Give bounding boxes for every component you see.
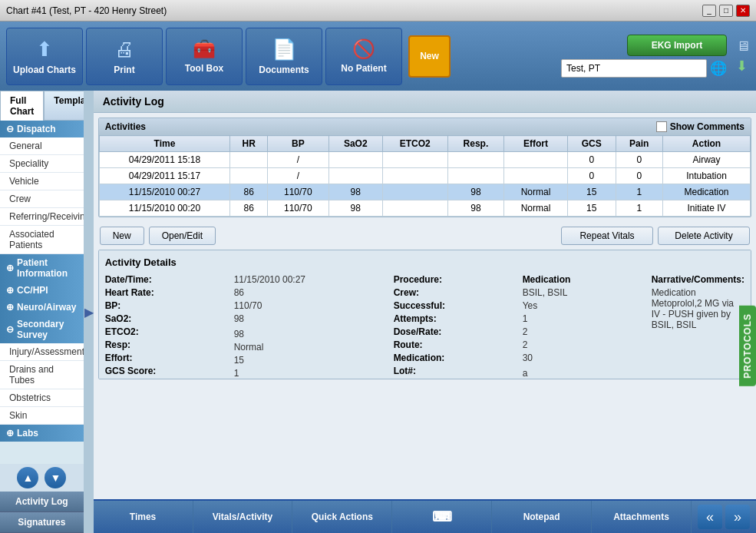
show-comments-label: Show Comments <box>670 121 744 132</box>
tab-templates[interactable]: Templates <box>44 91 84 121</box>
gcs-value: 15 <box>234 355 388 366</box>
toolbox-icon: 🧰 <box>193 38 216 60</box>
med-val4: 2 <box>523 326 645 337</box>
nav-group-patient-info[interactable]: ⊕ Patient Information <box>0 254 84 282</box>
nav-section: ⊖ Dispatch General Speciality Vehicle Cr… <box>0 121 84 464</box>
sao2-label: SaO2: <box>105 313 228 324</box>
bottom-nav-arrows: « » <box>692 501 756 533</box>
content-spacer <box>94 384 756 500</box>
tab-full-chart[interactable]: Full Chart <box>0 91 44 121</box>
table-row[interactable]: 11/15/2010 00:2786110/709898Normal151Med… <box>99 184 750 200</box>
nav-group-labs[interactable]: ⊕ Labs <box>0 425 84 442</box>
toolbox-label: Tool Box <box>185 63 223 74</box>
delete-activity-button[interactable]: Delete Activity <box>658 227 750 245</box>
nav-item-obstetrics[interactable]: Obstetrics <box>0 389 84 407</box>
scroll-up-button[interactable]: ▲ <box>17 467 38 488</box>
cchpi-label: CC/HPI <box>17 285 48 296</box>
nav-item-associated-patients[interactable]: Associated Patients <box>0 226 84 254</box>
detail-col-medication: Medication BSIL, BSIL Yes 1 2 2 30 a 283… <box>523 274 645 379</box>
toolbar-right: EKG Import 🌐 <box>561 35 727 78</box>
window-controls: _ □ ✕ <box>702 5 750 17</box>
nav-item-vehicle[interactable]: Vehicle <box>0 173 84 190</box>
window-title: Chart #41 (Test, PT - 420 Henry Street) <box>6 5 167 16</box>
secondary-minus-icon: ⊖ <box>6 324 14 335</box>
nav-group-dispatch[interactable]: ⊖ Dispatch <box>0 121 84 137</box>
open-edit-button[interactable]: Open/Edit <box>149 227 216 245</box>
dispatch-label: Dispatch <box>17 124 56 134</box>
protocols-tab[interactable]: PROTOCOLS <box>739 306 756 386</box>
main-content: Activity Log Activities Show Comments Ti… <box>94 91 756 533</box>
col-effort: Effort <box>504 136 568 152</box>
neuro-plus-icon: ⊕ <box>6 302 14 313</box>
activities-table: Time HR BP SaO2 ETCO2 Resp. Effort GCS P… <box>99 135 751 217</box>
new-button[interactable]: New <box>408 35 451 78</box>
col-etco2: ETCO2 <box>382 136 447 152</box>
new-activity-button[interactable]: New <box>100 227 144 245</box>
repeat-vitals-button[interactable]: Repeat Vitals <box>561 227 653 245</box>
maximize-button[interactable]: □ <box>719 5 733 17</box>
upload-charts-button[interactable]: ⬆ Upload Charts <box>6 28 83 85</box>
nav-item-general[interactable]: General <box>0 137 84 155</box>
table-row[interactable]: 11/15/2010 00:2086110/709898Normal151Ini… <box>99 200 750 217</box>
download-icon[interactable]: ⬇ <box>736 58 750 74</box>
lot-label: Lot#: <box>394 366 517 376</box>
action-buttons: New Open/Edit Repeat Vitals Delete Activ… <box>94 222 756 250</box>
tab-times[interactable]: Times <box>94 501 193 533</box>
tab-attachments[interactable]: Attachments <box>592 501 692 533</box>
col-resp: Resp. <box>447 136 503 152</box>
nav-arrow-right[interactable]: » <box>725 505 750 529</box>
globe-icon[interactable]: 🌐 <box>710 60 727 77</box>
nav-item-crew[interactable]: Crew <box>0 190 84 208</box>
nav-arrow-left[interactable]: « <box>698 505 722 529</box>
nav-item-injury[interactable]: Injury/Assessment <box>0 343 84 361</box>
bp-value: 110/70 <box>234 300 388 311</box>
narrative-label: Narrative/Comments: <box>652 274 744 285</box>
signatures-nav-button[interactable]: Signatures <box>0 512 84 533</box>
tab-notepad[interactable]: Notepad <box>492 501 592 533</box>
med-val8: a <box>523 368 645 379</box>
nav-item-skin[interactable]: Skin <box>0 407 84 425</box>
table-row[interactable]: 04/29/2011 15:18/00Airway <box>99 152 750 168</box>
tab-vitals-activity[interactable]: Vitals/Activity <box>193 501 293 533</box>
show-comments-checkbox[interactable] <box>656 121 667 132</box>
tab-keyboard[interactable]: ⌨ <box>392 501 492 533</box>
sidebar: Full Chart Templates ⊖ Dispatch General … <box>0 91 84 533</box>
nav-group-neuro-airway[interactable]: ⊕ Neuro/Airway <box>0 299 84 316</box>
labs-plus-icon: ⊕ <box>6 428 14 439</box>
nav-item-referring[interactable]: Referring/Receiving <box>0 208 84 226</box>
toolbar-extra-icons: 🖥 ⬇ <box>736 38 750 74</box>
nav-group-secondary-survey[interactable]: ⊖ Secondary Survey <box>0 316 84 343</box>
tab-bar: Full Chart Templates <box>0 91 84 121</box>
sidebar-scroll-controls: ▲ ▼ <box>0 464 84 492</box>
ekg-import-button[interactable]: EKG Import <box>627 35 727 56</box>
nav-item-drains[interactable]: Drains and Tubes <box>0 361 84 389</box>
tab-quick-actions[interactable]: Quick Actions <box>292 501 392 533</box>
hr-label: Heart Rate: <box>105 287 228 298</box>
scroll-down-button[interactable]: ▼ <box>45 467 66 488</box>
medication-label-col: Medication: <box>394 353 517 363</box>
activities-panel-header: Activities Show Comments <box>99 118 751 135</box>
nav-item-speciality[interactable]: Speciality <box>0 155 84 173</box>
minimize-button[interactable]: _ <box>702 5 716 17</box>
toolbox-button[interactable]: 🧰 Tool Box <box>166 28 243 85</box>
unit-label: Unit: <box>394 379 517 379</box>
no-patient-button[interactable]: 🚫 No Patient <box>325 28 402 85</box>
content-area: Full Chart Templates ⊖ Dispatch General … <box>0 91 756 533</box>
activity-log-nav-button[interactable]: Activity Log <box>0 492 84 512</box>
print-button[interactable]: 🖨 Print <box>86 28 163 85</box>
table-row[interactable]: 04/29/2011 15:17/00Intubation <box>99 168 750 184</box>
upload-charts-label: Upload Charts <box>13 65 76 75</box>
col-gcs: GCS <box>567 136 616 152</box>
detail-col-procedure: Procedure: Crew: Successful: Attempts: D… <box>394 274 517 379</box>
nav-group-cchpi[interactable]: ⊕ CC/HPI <box>0 282 84 299</box>
patient-name-input[interactable] <box>561 59 707 78</box>
close-button[interactable]: ✕ <box>736 5 750 17</box>
sidebar-expand-button[interactable]: ▶ <box>84 91 94 533</box>
activities-panel-title: Activities <box>105 121 146 132</box>
network-icon[interactable]: 🖥 <box>736 38 750 55</box>
bottom-tabs: Times Vitals/Activity Quick Actions ⌨ No… <box>94 499 756 533</box>
med-val5: 2 <box>523 339 645 350</box>
datetime-label: Date/Time: <box>105 274 228 285</box>
col-action: Action <box>663 136 751 152</box>
documents-button[interactable]: 📄 Documents <box>246 28 322 85</box>
